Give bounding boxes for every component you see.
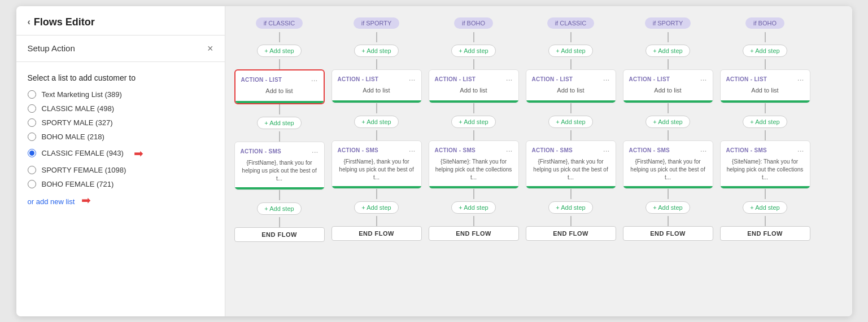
- connector-line: [279, 59, 280, 69]
- radio-boho-female[interactable]: [28, 180, 36, 188]
- add-step-button[interactable]: + Add step: [743, 45, 787, 57]
- connector-line: [668, 130, 669, 140]
- back-link[interactable]: ‹ Flows Editor: [28, 16, 213, 28]
- canvas-area: if CLASSIC+ Add stepACTION - LIST···Add …: [225, 6, 852, 316]
- main-container: ‹ Flows Editor Setup Action × Select a l…: [16, 6, 852, 316]
- connector-line: [279, 104, 280, 114]
- radio-sporty-female[interactable]: [28, 166, 36, 174]
- connector-line: [765, 103, 766, 113]
- add-new-list-link[interactable]: or add new list: [28, 197, 75, 206]
- connector-line: [668, 103, 669, 113]
- add-step-button[interactable]: + Add step: [645, 116, 690, 128]
- add-step-button[interactable]: + Add step: [257, 45, 301, 57]
- list-item[interactable]: CLASSIC FEMALE (943) ➡: [28, 147, 213, 160]
- connector-line: [376, 59, 377, 69]
- end-flow-button[interactable]: END FLOW: [720, 226, 810, 241]
- list-item[interactable]: SPORTY MALE (327): [28, 118, 213, 127]
- action-card-header: ACTION - LIST···: [726, 76, 804, 83]
- condition-badge: if SPORTY: [645, 17, 691, 29]
- dots-menu-icon[interactable]: ···: [506, 147, 513, 155]
- action-list-card[interactable]: ACTION - LIST···Add to list: [526, 69, 616, 103]
- dots-menu-icon[interactable]: ···: [797, 76, 804, 83]
- list-item[interactable]: CLASSIC MALE (498): [28, 104, 213, 113]
- radio-sporty-male[interactable]: [28, 118, 36, 127]
- action-sms-card[interactable]: ACTION - SMS···{FirstName}, thank you fo…: [526, 140, 616, 189]
- list-item[interactable]: Text Marketing List (389): [28, 90, 213, 99]
- action-sms-card[interactable]: ACTION - SMS···{SiteName}: Thank you for…: [429, 140, 519, 189]
- dots-menu-icon[interactable]: ···: [409, 76, 416, 83]
- action-list-card[interactable]: ACTION - LIST···Add to list: [720, 69, 810, 103]
- add-step-button[interactable]: + Add step: [743, 201, 787, 214]
- list-item[interactable]: BOHO FEMALE (721): [28, 180, 213, 188]
- radio-label: BOHO FEMALE (721): [42, 180, 114, 188]
- dots-menu-icon[interactable]: ···: [312, 148, 319, 156]
- connector-line: [570, 216, 572, 226]
- select-label: Select a list to add customer to: [28, 73, 213, 82]
- flow-column-4: if SPORTY+ Add stepACTION - LIST···Add t…: [623, 17, 713, 242]
- add-step-button[interactable]: + Add step: [645, 45, 690, 57]
- end-flow-button[interactable]: END FLOW: [623, 226, 713, 241]
- end-flow-button[interactable]: END FLOW: [526, 226, 616, 241]
- action-card-header: ACTION - LIST···: [532, 76, 610, 83]
- arrow-icon-add: ➡: [81, 193, 91, 207]
- action-list-card[interactable]: ACTION - LIST···Add to list: [234, 69, 325, 104]
- radio-classic-female[interactable]: [28, 149, 36, 157]
- dots-menu-icon[interactable]: ···: [603, 147, 610, 155]
- condition-badge: if CLASSIC: [547, 17, 595, 29]
- action-card-header: ACTION - LIST···: [241, 76, 318, 84]
- action-list-card[interactable]: ACTION - LIST···Add to list: [332, 69, 422, 103]
- radio-boho-male[interactable]: [28, 133, 36, 141]
- close-button[interactable]: ×: [207, 43, 213, 54]
- add-step-button[interactable]: + Add step: [354, 201, 398, 214]
- action-sms-card[interactable]: ACTION - SMS···{FirstName}, thank you fo…: [332, 140, 422, 189]
- sms-card-body: {SiteName}: Thank you for helping pick o…: [435, 158, 513, 186]
- radio-label: BOHO MALE (218): [42, 133, 104, 141]
- add-step-button[interactable]: + Add step: [451, 201, 495, 214]
- action-type-label: ACTION - LIST: [241, 77, 282, 83]
- action-card-header: ACTION - SMS···: [435, 147, 513, 155]
- connector-line: [668, 216, 669, 226]
- add-step-button[interactable]: + Add step: [451, 45, 495, 57]
- add-step-button[interactable]: + Add step: [548, 116, 592, 128]
- condition-badge: if BOHO: [745, 17, 784, 29]
- add-step-button[interactable]: + Add step: [354, 45, 398, 57]
- action-list-card[interactable]: ACTION - LIST···Add to list: [623, 69, 713, 103]
- dots-menu-icon[interactable]: ···: [797, 147, 804, 155]
- dots-menu-icon[interactable]: ···: [700, 76, 707, 83]
- dots-menu-icon[interactable]: ···: [506, 76, 513, 83]
- connector-line: [376, 130, 377, 140]
- action-list-card[interactable]: ACTION - LIST···Add to list: [429, 69, 519, 103]
- action-sms-card[interactable]: ACTION - SMS···{SiteName}: Thank you for…: [720, 140, 810, 189]
- dots-menu-icon[interactable]: ···: [409, 147, 416, 155]
- action-card-body: Add to list: [241, 87, 318, 101]
- end-flow-button[interactable]: END FLOW: [429, 226, 519, 241]
- end-flow-button[interactable]: END FLOW: [234, 227, 325, 242]
- dots-menu-icon[interactable]: ···: [700, 147, 707, 155]
- add-step-button[interactable]: + Add step: [645, 201, 690, 214]
- action-type-label: ACTION - LIST: [338, 76, 379, 82]
- add-step-button[interactable]: + Add step: [548, 45, 592, 57]
- dots-menu-icon[interactable]: ···: [603, 76, 610, 83]
- columns-wrapper: if CLASSIC+ Add stepACTION - LIST···Add …: [234, 17, 843, 242]
- action-card-header: ACTION - SMS···: [241, 148, 319, 156]
- card-bottom-bar: [526, 100, 616, 103]
- flow-column-5: if BOHO+ Add stepACTION - LIST···Add to …: [720, 17, 810, 242]
- list-item[interactable]: BOHO MALE (218): [28, 133, 213, 141]
- add-step-button[interactable]: + Add step: [257, 117, 301, 129]
- add-step-button[interactable]: + Add step: [548, 201, 592, 214]
- dots-menu-icon[interactable]: ···: [311, 76, 318, 84]
- action-sms-card[interactable]: ACTION - SMS···{FirstName}, thank you fo…: [623, 140, 713, 189]
- radio-classic-male[interactable]: [28, 104, 36, 113]
- add-step-button[interactable]: + Add step: [451, 116, 495, 128]
- end-flow-button[interactable]: END FLOW: [332, 226, 422, 241]
- action-card-body: Add to list: [726, 87, 804, 100]
- radio-text-marketing[interactable]: [28, 90, 36, 99]
- connector-line: [570, 59, 572, 69]
- action-sms-card[interactable]: ACTION - SMS···{FirstName}, thank you fo…: [234, 142, 325, 190]
- connector-line: [279, 131, 280, 142]
- radio-label: CLASSIC MALE (498): [42, 104, 115, 113]
- add-step-button[interactable]: + Add step: [354, 116, 398, 128]
- add-step-button[interactable]: + Add step: [257, 202, 301, 215]
- list-item[interactable]: SPORTY FEMALE (1098): [28, 166, 213, 174]
- add-step-button[interactable]: + Add step: [743, 116, 787, 128]
